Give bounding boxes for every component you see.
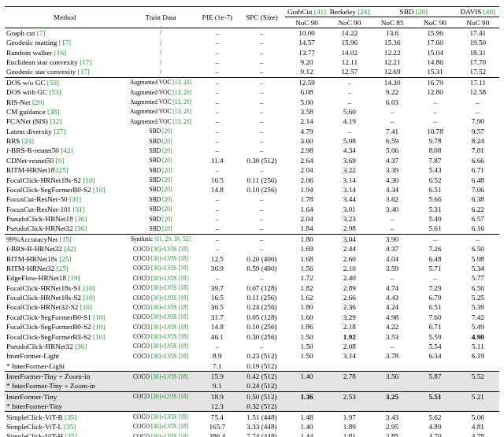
method-cell: f-BRS-B-resnet50 [42] [5, 146, 125, 155]
gc-cell: 1.72 [285, 273, 328, 283]
train-cell: Augmented VOC [13, 20] [125, 77, 197, 87]
train-cell: COCO [30]+LVIS [18] [125, 351, 197, 361]
s90-cell [413, 402, 456, 412]
col-pie: PIE (1e-7) [196, 7, 238, 28]
col-grabcut: GrabCut [41] [285, 7, 328, 17]
method-cell: FocalClick-SegFormerB3-S2 [10] [5, 331, 125, 341]
dv-cell: – [457, 234, 499, 244]
dv-cell: 19.50 [457, 38, 499, 47]
s90-cell: 8.08 [413, 146, 456, 155]
method-cell: FocalClick-SegFormerB0-S1 [10] [5, 313, 125, 322]
pie-cell: 9.1 [196, 381, 238, 391]
s90-cell: 17.60 [413, 38, 456, 47]
gc-cell: 1.69 [285, 244, 328, 254]
method-cell: FocalClick-SegFormerB0-S2 [10] [5, 185, 125, 194]
s85-cell: 3.39 [371, 165, 413, 175]
pie-cell: 46.1 [196, 331, 238, 341]
method-cell: EdgeFlow-HRNet18 [19] [5, 273, 125, 283]
method-cell: Geodesic matting [17] [5, 38, 125, 47]
spc-cell: – [238, 136, 285, 146]
table-row: RIS-Net [20]Augmented VOC [13, 20]––5.00… [5, 97, 499, 106]
s90-cell: 15.31 [413, 67, 456, 77]
s90-cell: 6.79 [413, 293, 456, 302]
train-cell: COCO [30]+LVIS [18] [125, 244, 197, 254]
s90-cell: 5.31 [413, 205, 456, 214]
train-cell: COCO [30]+LVIS [18] [125, 322, 197, 331]
method-cell: FocusCut-ResNet-50 [31] [5, 194, 125, 204]
dv-cell: 6.56 [457, 283, 499, 293]
table-row: SimpleClick-ViT-B [35]COCO [30]+LVIS [18… [5, 412, 499, 422]
pie-cell: – [196, 48, 238, 57]
col-sbd-noc90: NoC 90 [413, 17, 456, 28]
dv-cell: 17.70 [457, 57, 499, 67]
spc-cell: 0.59 (400) [238, 264, 285, 273]
table-row: Geodesic matting [17]/ ––14.5715.9615.36… [5, 38, 499, 47]
bk-cell: – [328, 97, 371, 106]
dv-cell: 18.31 [457, 48, 499, 57]
s90-cell: 6.51 [413, 302, 456, 312]
gc-cell [285, 402, 328, 412]
pie-cell: – [196, 107, 238, 117]
method-cell: FocalClick-SegFormerB0-S2 [10] [5, 322, 125, 331]
s85-cell: 4.37 [371, 244, 413, 254]
s85-cell: 4.22 [371, 322, 413, 331]
method-cell: FocalClick-HRNet32-S2 [10] [5, 302, 125, 312]
method-cell: PseudoClick-HRNet18 [36] [5, 214, 125, 224]
gc-cell: 1.40 [285, 422, 328, 431]
bk-cell: 3.14 [328, 351, 371, 361]
pie-cell: – [196, 273, 238, 283]
pie-cell: – [196, 97, 238, 106]
table-row: RITM-HRNet18 [25]SBD [20]––2.043.223.395… [5, 165, 499, 175]
s85-cell: 6.59 [371, 136, 413, 146]
gc-cell: 1.48 [285, 412, 328, 422]
dv-cell: 5.11 [457, 342, 499, 351]
method-cell: BRS [23] [5, 136, 125, 146]
spc-cell: – [238, 165, 285, 175]
col-sbd-noc85: NoC 85 [371, 17, 413, 28]
train-cell: COCO [30]+LVIS [18] [125, 273, 197, 283]
spc-cell: – [238, 205, 285, 214]
s90-cell: 7.26 [413, 244, 456, 254]
spc-cell: 0.42 (512) [238, 371, 285, 381]
gc-cell: 1.68 [285, 254, 328, 263]
spc-cell: – [238, 194, 285, 204]
method-cell: RITM-HRNet32 [25] [5, 264, 125, 273]
gc-cell: 1.40 [285, 371, 328, 381]
table-row: f-BRS-B-resnet50 [42]SBD [20]––2.984.345… [5, 146, 499, 155]
s85-cell: 12.22 [371, 48, 413, 57]
bk-cell: 2.40 [328, 273, 371, 283]
pie-cell: – [196, 127, 238, 136]
bk-cell: 14.02 [328, 48, 371, 57]
spc-cell: 3.33 (448) [238, 422, 285, 431]
s90-cell: 6.48 [413, 254, 456, 263]
gc-cell: 9.20 [285, 57, 328, 67]
pie-cell: – [196, 342, 238, 351]
dv-cell: 5.34 [457, 264, 499, 273]
gc-cell: 4.79 [285, 127, 328, 136]
train-cell: COCO [30]+LVIS [18] [125, 283, 197, 293]
pie-cell: – [196, 224, 238, 234]
train-cell: Augmented VOC [13, 20] [125, 107, 197, 117]
gc-cell: 2.64 [285, 156, 328, 165]
train-cell: SBD [20] [125, 224, 197, 234]
s85-cell: 3.25 [371, 391, 413, 402]
table-row: FocalClick-SegFormerB0-S2 [10]SBD [20]14… [5, 185, 499, 194]
gc-cell: 10.00 [285, 28, 328, 38]
method-cell: PseudoClick-HRNet32 [36] [5, 342, 125, 351]
dv-cell: 9.57 [457, 127, 499, 136]
pie-cell: – [196, 244, 238, 254]
pie-cell: 16.5 [196, 293, 238, 302]
gc-cell: 1.94 [285, 185, 328, 194]
s90-cell [413, 361, 456, 372]
spc-cell: 0.24 (512) [238, 381, 285, 391]
s85-cell: 14.30 [371, 77, 413, 87]
method-cell: DOS w/o GC [53] [5, 77, 125, 87]
pie-cell: – [196, 28, 238, 38]
dv-cell: 6.16 [457, 224, 499, 234]
method-cell: * InterFormer-Tiny [5, 402, 125, 412]
method-cell: SimpleClick-ViT-H [35] [5, 431, 125, 437]
bk-cell: 15.96 [328, 38, 371, 47]
spc-cell: 0.11 (256) [238, 293, 285, 302]
pie-cell: 165.7 [196, 422, 238, 431]
bk-cell: 4.19 [328, 117, 371, 126]
